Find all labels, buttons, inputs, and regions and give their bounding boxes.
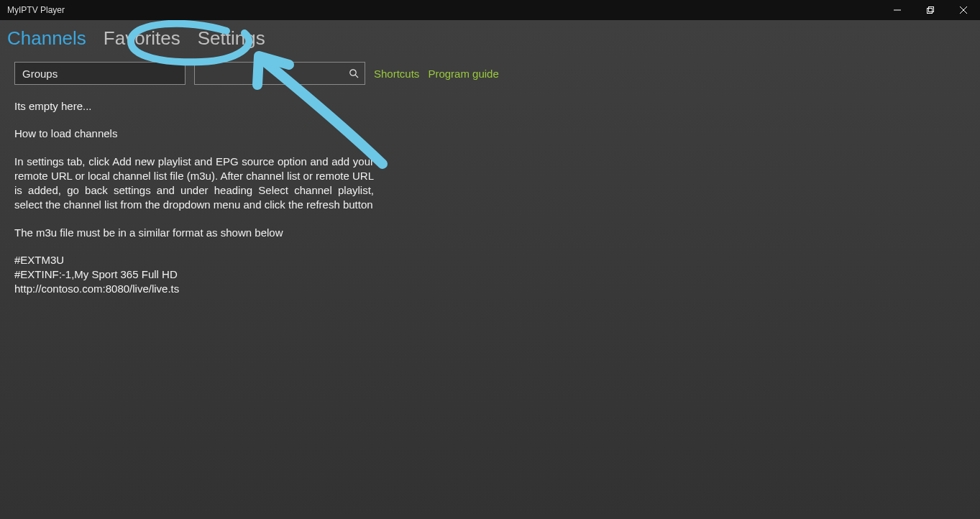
window-title: MyIPTV Player xyxy=(7,5,65,15)
link-shortcuts[interactable]: Shortcuts xyxy=(374,68,419,80)
maximize-icon xyxy=(927,6,934,14)
svg-rect-2 xyxy=(929,7,934,12)
window-close-button[interactable] xyxy=(947,0,980,20)
close-icon xyxy=(960,6,967,14)
tab-channels[interactable]: Channels xyxy=(7,27,86,50)
svg-rect-1 xyxy=(928,9,933,14)
tab-settings[interactable]: Settings xyxy=(198,27,265,50)
m3u-line-1: #EXTM3U xyxy=(14,253,374,267)
empty-state-content: Its empty here... How to load channels I… xyxy=(7,85,381,297)
controls-row: Groups Shortcuts Program guide xyxy=(7,62,973,85)
groups-dropdown-label: Groups xyxy=(22,68,58,80)
minimize-icon xyxy=(894,6,901,14)
tab-favorites[interactable]: Favorites xyxy=(104,27,180,50)
svg-line-6 xyxy=(355,75,358,78)
window-minimize-button[interactable] xyxy=(881,0,914,20)
m3u-note: The m3u file must be in a similar format… xyxy=(14,226,374,240)
svg-point-5 xyxy=(350,70,356,75)
window-maximize-button[interactable] xyxy=(914,0,947,20)
m3u-line-3: http://contoso.com:8080/live/live.ts xyxy=(14,282,374,296)
window-controls xyxy=(881,0,980,20)
window-titlebar: MyIPTV Player xyxy=(0,0,980,20)
search-input[interactable] xyxy=(202,68,343,80)
link-program-guide[interactable]: Program guide xyxy=(428,68,498,80)
search-box[interactable] xyxy=(194,62,365,85)
search-icon[interactable] xyxy=(347,67,360,80)
empty-text: Its empty here... xyxy=(14,99,374,114)
main-tabs: Channels Favorites Settings xyxy=(7,27,973,56)
howto-title: How to load channels xyxy=(14,127,374,141)
groups-dropdown[interactable]: Groups xyxy=(14,62,186,85)
m3u-line-2: #EXTINF:-1,My Sport 365 Full HD xyxy=(14,267,374,282)
howto-body: In settings tab, click Add new playlist … xyxy=(14,155,374,213)
app-area: Channels Favorites Settings Groups Short… xyxy=(0,20,980,519)
